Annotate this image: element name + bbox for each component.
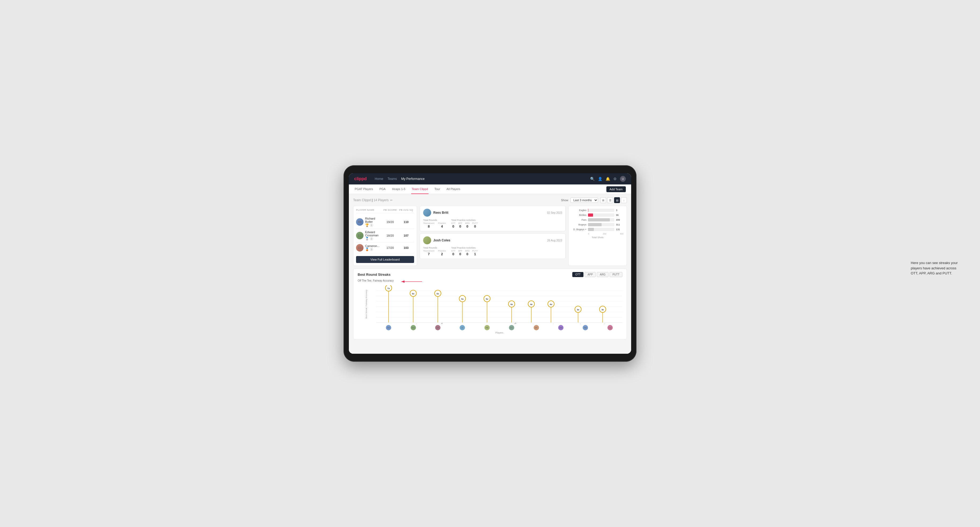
nav-teams[interactable]: Teams [387,176,397,182]
putt-filter-btn[interactable]: PUTT [609,272,622,277]
settings-icon[interactable]: ⚙ [613,177,617,181]
subnav-all-players[interactable]: All Players [446,184,461,194]
avatar: EC [356,232,363,239]
bar-row: Eagles 3 [572,209,624,212]
player-badge: 🏆 1 [365,223,382,227]
player-cards-panel: Rees Britt 02 Sep 2023 Total Rounds Tour… [420,206,566,266]
player-name-col: Richard Butler 🏆 1 [365,217,382,227]
streaks-chart-container: Best Streak, Fairway Accuracy 7 6 [358,285,622,336]
putt-label: PUTT [473,250,478,252]
bar-label: Birdies [572,214,586,216]
detail-view-btn[interactable]: ▤ [614,197,620,203]
player-name-col: Edward Crossman 🥈 2 [365,230,382,241]
avatar: RB [583,325,588,330]
player-avatars-row: EE BM DB JC RB EC DF MM RB CQ [376,325,622,330]
avatar: DB [435,325,441,330]
bar-row: Pars 499 [572,218,624,221]
bronze-trophy-icon: 🥉 [365,248,369,251]
export-btn[interactable]: ↓ [621,197,627,203]
search-icon[interactable]: 🔍 [590,177,595,181]
putt-val: 0 [474,224,476,229]
app-logo: clippd [354,176,367,181]
avatar [423,209,431,217]
tournament-label: Tournament [423,222,434,224]
badge-rank: 2 [370,237,373,241]
ott-filter-btn[interactable]: OTT [572,272,584,277]
player-name: Richard Butler [365,217,382,223]
subnav-pga[interactable]: PGA [379,184,386,194]
table-row: RB Richard Butler 🏆 1 19/20 110 [356,215,414,229]
x-tick: 400 [620,233,624,235]
arg-filter-btn[interactable]: ARG [597,272,609,277]
pb-score: 19/20 [382,221,398,224]
arg-val: 0 [466,224,468,229]
tablet-screen: clippd Home Teams My Performance 🔍 👤 🔔 ⚙… [349,173,631,354]
table-row: CC Cameron... 🥉 3 17/20 103 [356,243,414,253]
subnav-hcaps[interactable]: Hcaps 1-5 [391,184,406,194]
streaks-subtitle: Off The Tee, Fairway Accuracy [358,279,622,282]
svg-text:5x: 5x [461,298,464,300]
player-info: CC Cameron... 🥉 3 [356,244,382,252]
bar-value: 311 [616,223,624,226]
card-date: 26 Aug 2023 [547,239,562,242]
practice-activities-label: Total Practice Activities [451,246,478,249]
tournament-val: 8 [428,224,430,229]
bar-fill [588,218,610,221]
view-icons: ⊞ ☰ ▤ ↓ [600,197,627,203]
app-filter-btn[interactable]: APP [584,272,596,277]
ott-label: OTT [451,222,455,224]
svg-text:E. Crossman: E. Crossman [506,322,517,324]
nav-my-performance[interactable]: My Performance [401,176,425,182]
subnav-pgat[interactable]: PGAT Players [354,184,374,194]
time-range-select[interactable]: Last 3 months [570,197,598,203]
nav-home[interactable]: Home [375,176,383,182]
putt-label: PUTT [473,222,478,224]
streaks-svg: 7 6 5 4 3 2 1 7x E. Ewert [376,285,622,324]
player-card: Josh Coles 26 Aug 2023 Total Rounds Tour… [420,233,566,259]
pb-avg: 107 [398,234,414,237]
view-leaderboard-button[interactable]: View Full Leaderboard [356,256,414,263]
x-tick: 0 [588,233,589,235]
nav-bar: clippd Home Teams My Performance 🔍 👤 🔔 ⚙… [349,173,631,184]
pb-score: 18/20 [382,234,398,237]
practice-val: 2 [441,252,443,256]
x-axis-players-label: Players [376,332,622,334]
total-rounds-label: Total Rounds [423,246,446,249]
bar-track [588,223,614,226]
bar-track [588,228,614,231]
pb-avg: 110 [398,221,414,224]
user-avatar[interactable]: U [620,176,626,182]
subnav-tour[interactable]: Tour [434,184,441,194]
list-view-btn[interactable]: ☰ [607,197,613,203]
annotation-text: Here you can see streaks your players ha… [911,260,964,276]
practice-label: Practice [438,222,446,224]
svg-text:M. Miller: M. Miller [546,323,554,324]
subnav-team-clippd[interactable]: Team Clippd [411,184,428,194]
tournament-val: 7 [428,252,430,256]
svg-text:4x: 4x [511,303,513,306]
bar-fill [588,223,601,226]
total-rounds-label: Total Rounds [423,219,446,221]
player-name: Edward Crossman [365,230,382,237]
arg-label: ARG [465,222,469,224]
card-stats: Total Rounds Tournament 8 Practice 4 [423,219,562,229]
badge-rank: 1 [370,223,373,227]
player-name: Cameron... [365,244,379,248]
add-team-button[interactable]: Add Team [606,186,626,192]
player-card: Rees Britt 02 Sep 2023 Total Rounds Tour… [420,206,566,231]
grid-view-btn[interactable]: ⊞ [600,197,606,203]
avatar: EE [386,325,391,330]
edit-icon[interactable]: ✏ [390,198,393,202]
bar-fill [588,228,594,231]
svg-text:E. Ewert: E. Ewert [384,323,393,324]
streaks-header: Best Round Streaks OTT APP ARG PUTT [358,272,622,277]
ott-label: OTT [451,250,455,252]
arg-label: ARG [465,250,469,252]
y-axis-label: Best Streak, Fairway Accuracy [365,290,368,318]
svg-text:7x: 7x [387,287,390,290]
person-icon[interactable]: 👤 [598,177,602,181]
bell-icon[interactable]: 🔔 [606,177,610,181]
practice-val: 4 [441,224,443,229]
show-label: Show [561,198,568,202]
svg-text:3x: 3x [577,308,579,311]
